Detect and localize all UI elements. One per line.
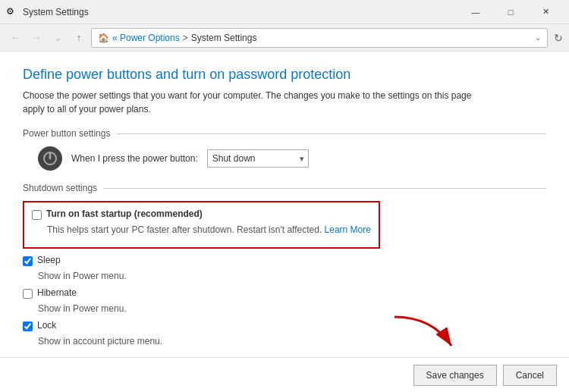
sleep-row: Sleep bbox=[23, 255, 546, 266]
content-area: Define power buttons and turn on passwor… bbox=[0, 52, 569, 392]
hibernate-checkbox[interactable] bbox=[23, 289, 33, 299]
fast-startup-label[interactable]: Turn on fast startup (recommended) bbox=[46, 209, 203, 219]
refresh-button[interactable]: ↻ bbox=[554, 32, 563, 44]
hibernate-row: Hibernate bbox=[23, 287, 546, 299]
fast-startup-description: This helps start your PC faster after sh… bbox=[47, 224, 371, 235]
breadcrumb-icon: 🏠 bbox=[98, 33, 109, 43]
breadcrumb-sep: > bbox=[183, 33, 188, 43]
back-button[interactable]: ← bbox=[6, 29, 24, 47]
hibernate-label[interactable]: Hibernate bbox=[37, 287, 77, 298]
forward-button[interactable]: → bbox=[27, 29, 46, 47]
sleep-label[interactable]: Sleep bbox=[37, 255, 61, 265]
address-field[interactable]: 🏠 « Power Options > System Settings ⌄ bbox=[91, 28, 548, 48]
breadcrumb-current: System Settings bbox=[191, 33, 257, 43]
lock-row: Lock bbox=[23, 320, 546, 331]
lock-checkbox[interactable] bbox=[23, 321, 33, 331]
fast-startup-desc-text: This helps start your PC faster after sh… bbox=[47, 224, 322, 235]
cancel-button[interactable]: Cancel bbox=[503, 365, 557, 386]
sleep-description: Show in Power menu. bbox=[38, 271, 546, 281]
maximize-button[interactable]: □ bbox=[493, 0, 528, 24]
app-icon: ⚙ bbox=[6, 6, 18, 18]
hibernate-description: Show in Power menu. bbox=[38, 303, 546, 314]
power-button-row: When I press the power button: Shut down… bbox=[23, 146, 546, 171]
title-bar: ⚙ System Settings — □ ✕ bbox=[0, 0, 569, 24]
window-title: System Settings bbox=[23, 7, 458, 17]
power-action-select-wrapper: Shut down Sleep Hibernate Turn off the d… bbox=[207, 149, 309, 168]
lock-description: Show in account picture menu. bbox=[38, 336, 546, 347]
fast-startup-checkbox[interactable] bbox=[32, 210, 42, 220]
sleep-checkbox[interactable] bbox=[23, 256, 33, 266]
fast-startup-row: Turn on fast startup (recommended) bbox=[32, 209, 371, 220]
close-button[interactable]: ✕ bbox=[528, 0, 563, 24]
address-bar: ← → ⌄ ↑ 🏠 « Power Options > System Setti… bbox=[0, 24, 569, 52]
window-wrapper: ⚙ System Settings — □ ✕ ← → ⌄ ↑ 🏠 « Powe… bbox=[0, 0, 569, 392]
fast-startup-box: Turn on fast startup (recommended) This … bbox=[23, 201, 380, 249]
history-button[interactable]: ⌄ bbox=[49, 29, 67, 47]
shutdown-section-heading: Shutdown settings bbox=[23, 183, 546, 193]
breadcrumb-part1: « Power Options bbox=[112, 33, 180, 43]
power-icon bbox=[38, 146, 62, 171]
up-button[interactable]: ↑ bbox=[70, 29, 88, 47]
learn-more-link[interactable]: Learn More bbox=[325, 224, 371, 235]
page-description: Choose the power settings that you want … bbox=[23, 89, 493, 116]
power-button-label: When I press the power button: bbox=[71, 153, 198, 164]
power-action-select[interactable]: Shut down Sleep Hibernate Turn off the d… bbox=[207, 149, 309, 168]
bottom-bar: Save changes Cancel bbox=[0, 357, 569, 392]
page-title: Define power buttons and turn on passwor… bbox=[23, 67, 546, 83]
power-button-section-heading: Power button settings bbox=[23, 128, 546, 139]
save-changes-button[interactable]: Save changes bbox=[413, 365, 497, 386]
window-controls: — □ ✕ bbox=[458, 0, 563, 24]
lock-label[interactable]: Lock bbox=[37, 320, 56, 331]
minimize-button[interactable]: — bbox=[458, 0, 493, 24]
breadcrumb: 🏠 « Power Options > System Settings bbox=[98, 33, 256, 43]
address-dropdown-btn[interactable]: ⌄ bbox=[535, 33, 541, 42]
